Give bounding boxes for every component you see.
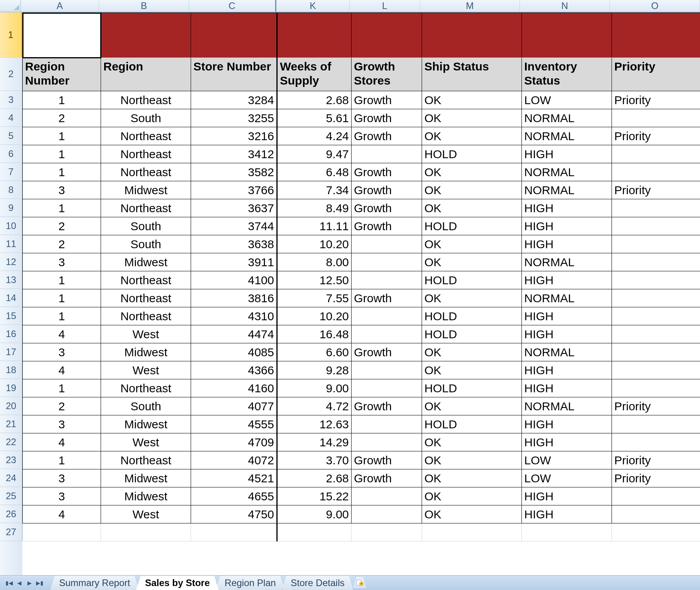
cell-N10[interactable]: HIGH xyxy=(522,217,612,235)
row-header-7[interactable]: 7 xyxy=(0,163,22,181)
cell-N12[interactable]: NORMAL xyxy=(522,253,612,271)
cell-A14[interactable]: 1 xyxy=(23,289,101,307)
cell-A15[interactable]: 1 xyxy=(23,307,101,325)
cell-O9[interactable] xyxy=(612,199,700,217)
cell-A4[interactable]: 2 xyxy=(23,109,101,127)
cell-K4[interactable]: 5.61 xyxy=(277,109,352,127)
cell-B22[interactable]: West xyxy=(101,433,191,451)
col-header-L[interactable]: L xyxy=(350,0,420,12)
row-header-16[interactable]: 16 xyxy=(0,325,22,343)
banner-cell[interactable] xyxy=(522,13,612,58)
cell-L3[interactable]: Growth xyxy=(352,91,422,109)
cell-M5[interactable]: OK xyxy=(422,127,522,145)
banner-cell[interactable] xyxy=(101,13,191,58)
row-header-4[interactable]: 4 xyxy=(0,109,22,127)
banner-cell[interactable] xyxy=(612,13,700,58)
row-header-6[interactable]: 6 xyxy=(0,145,22,163)
cell-A21[interactable]: 3 xyxy=(23,415,101,433)
cell-A10[interactable]: 2 xyxy=(23,217,101,235)
cell-O6[interactable] xyxy=(612,145,700,163)
cell-C8[interactable]: 3766 xyxy=(191,181,277,199)
cell-K26[interactable]: 9.00 xyxy=(277,505,352,523)
cell-M11[interactable]: OK xyxy=(422,235,522,253)
banner-cell[interactable] xyxy=(422,13,522,58)
cell-K6[interactable]: 9.47 xyxy=(277,145,352,163)
row-header-25[interactable]: 25 xyxy=(0,487,22,505)
cell-C19[interactable]: 4160 xyxy=(191,379,277,397)
cell-M17[interactable]: OK xyxy=(422,343,522,361)
cell-A18[interactable]: 4 xyxy=(23,361,101,379)
header-O[interactable]: Priority xyxy=(612,58,700,91)
col-header-C[interactable]: C xyxy=(189,0,275,12)
row-header-1[interactable]: 1 xyxy=(0,13,22,58)
cell-K7[interactable]: 6.48 xyxy=(277,163,352,181)
cell-M12[interactable]: OK xyxy=(422,253,522,271)
cell-N11[interactable]: HIGH xyxy=(522,235,612,253)
cell-B27[interactable] xyxy=(101,523,191,541)
cell-L26[interactable] xyxy=(352,505,422,523)
cell-A3[interactable]: 1 xyxy=(23,91,101,109)
cell-L9[interactable]: Growth xyxy=(352,199,422,217)
cell-C25[interactable]: 4655 xyxy=(191,487,277,505)
col-header-K[interactable]: K xyxy=(275,0,350,12)
cell-O16[interactable] xyxy=(612,325,700,343)
cell-M24[interactable]: OK xyxy=(422,469,522,487)
cell-B14[interactable]: Northeast xyxy=(101,289,191,307)
cell-B6[interactable]: Northeast xyxy=(101,145,191,163)
cell-N23[interactable]: LOW xyxy=(522,451,612,469)
cell-C6[interactable]: 3412 xyxy=(191,145,277,163)
cell-C16[interactable]: 4474 xyxy=(191,325,277,343)
row-header-21[interactable]: 21 xyxy=(0,415,22,433)
row-header-19[interactable]: 19 xyxy=(0,379,22,397)
cell-M4[interactable]: OK xyxy=(422,109,522,127)
first-sheet-icon[interactable]: ▮◀ xyxy=(5,579,13,587)
cell-C21[interactable]: 4555 xyxy=(191,415,277,433)
cell-B5[interactable]: Northeast xyxy=(101,127,191,145)
cell-M20[interactable]: OK xyxy=(422,397,522,415)
cell-K25[interactable]: 15.22 xyxy=(277,487,352,505)
cell-L23[interactable]: Growth xyxy=(352,451,422,469)
cell-O20[interactable]: Priority xyxy=(612,397,700,415)
cell-O12[interactable] xyxy=(612,253,700,271)
cell-A19[interactable]: 1 xyxy=(23,379,101,397)
cell-C27[interactable] xyxy=(191,523,277,541)
cell-A22[interactable]: 4 xyxy=(23,433,101,451)
cell-M7[interactable]: OK xyxy=(422,163,522,181)
cell-O26[interactable] xyxy=(612,505,700,523)
cell-B10[interactable]: South xyxy=(101,217,191,235)
cell-B18[interactable]: West xyxy=(101,361,191,379)
cell-O19[interactable] xyxy=(612,379,700,397)
cell-B24[interactable]: Midwest xyxy=(101,469,191,487)
row-header-23[interactable]: 23 xyxy=(0,451,22,469)
cell-B17[interactable]: Midwest xyxy=(101,343,191,361)
cell-L24[interactable]: Growth xyxy=(352,469,422,487)
cell-C15[interactable]: 4310 xyxy=(191,307,277,325)
insert-sheet-icon[interactable] xyxy=(353,577,367,589)
row-header-2[interactable]: 2 xyxy=(0,58,22,91)
cell-C9[interactable]: 3637 xyxy=(191,199,277,217)
cell-L25[interactable] xyxy=(352,487,422,505)
cell-K24[interactable]: 2.68 xyxy=(277,469,352,487)
col-header-B[interactable]: B xyxy=(99,0,189,12)
cell-A26[interactable]: 4 xyxy=(23,505,101,523)
cell-L18[interactable] xyxy=(352,361,422,379)
cell-N18[interactable]: HIGH xyxy=(522,361,612,379)
cell-O15[interactable] xyxy=(612,307,700,325)
row-header-22[interactable]: 22 xyxy=(0,433,22,451)
header-N[interactable]: Inventory Status xyxy=(522,58,612,91)
row-header-10[interactable]: 10 xyxy=(0,217,22,235)
cell-O23[interactable]: Priority xyxy=(612,451,700,469)
cell-L6[interactable] xyxy=(352,145,422,163)
next-sheet-icon[interactable]: ▶ xyxy=(25,579,34,587)
cell-N27[interactable] xyxy=(522,523,612,541)
cell-B26[interactable]: West xyxy=(101,505,191,523)
cell-N15[interactable]: HIGH xyxy=(522,307,612,325)
cell-M21[interactable]: HOLD xyxy=(422,415,522,433)
cell-K13[interactable]: 12.50 xyxy=(277,271,352,289)
cell-O7[interactable] xyxy=(612,163,700,181)
cell-C17[interactable]: 4085 xyxy=(191,343,277,361)
tab-store-details[interactable]: Store Details xyxy=(282,576,354,590)
cell-M8[interactable]: OK xyxy=(422,181,522,199)
cell-A8[interactable]: 3 xyxy=(23,181,101,199)
cell-A20[interactable]: 2 xyxy=(23,397,101,415)
